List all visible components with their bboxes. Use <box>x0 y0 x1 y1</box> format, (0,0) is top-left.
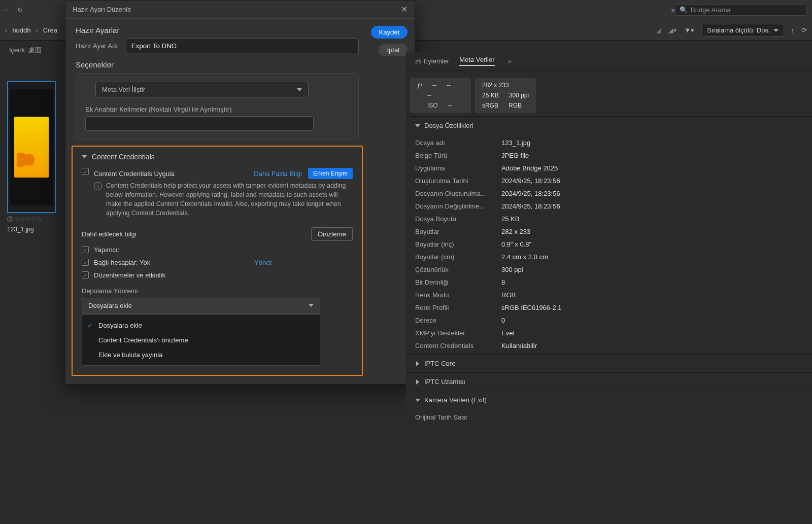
options-panel: Meta Veri İliştir Ek Anahtar Kelimeler (… <box>76 73 359 139</box>
presets-section-title: Hazır Ayarlar <box>76 26 359 34</box>
connected-accounts-checkbox[interactable] <box>82 259 89 266</box>
producer-checkbox[interactable] <box>82 246 89 253</box>
edits-activity-label: Düzenlemeler ve etkinlik <box>94 271 165 279</box>
cancel-button[interactable]: İptal <box>379 44 408 56</box>
mode-value: RGB <box>509 102 522 109</box>
attach-metadata-label: Meta Veri İliştir <box>102 86 145 93</box>
filter-icon[interactable]: ▼▾ <box>684 26 694 34</box>
cc-section-header[interactable]: Content Credentials <box>82 153 353 161</box>
meta-row: Boyutlar (inç)0.9" x 0.8" <box>406 238 812 251</box>
meta-key: Boyutlar (inç) <box>415 240 501 248</box>
orig-date-label: Orijinal Tarih Saat <box>415 413 501 421</box>
panel-menu-icon[interactable]: ≡ <box>508 57 512 65</box>
meta-key: Belge Türü <box>415 152 501 159</box>
options-icon[interactable]: ⟳ <box>801 26 807 34</box>
extra-keywords-input[interactable] <box>85 116 314 131</box>
iso-value: -- <box>448 102 452 109</box>
star-rating[interactable]: ☆☆☆☆☆ <box>14 215 42 223</box>
meta-row: Derece0 <box>406 314 812 327</box>
options-section-title: Seçenekler <box>76 60 359 69</box>
refresh-icon[interactable]: ↻ <box>17 6 25 14</box>
more-chevrons[interactable]: » <box>671 6 675 14</box>
cc-info-text: Content Credentials help protect your as… <box>106 181 353 218</box>
storage-option-attach[interactable]: Dosyalara ekle <box>82 318 320 333</box>
preview-button[interactable]: Önizleme <box>311 227 353 241</box>
meta-row: Boyutlar282 x 233 <box>406 225 812 238</box>
storage-option-cloud[interactable]: Ekle ve buluta yayınla <box>82 347 320 362</box>
chevron-right-icon: › <box>36 26 38 34</box>
camera-data-list: Orijinal Tarih Saat <box>406 409 812 426</box>
meta-key: Dosya Boyutu <box>415 215 501 223</box>
meta-value: sRGB IEC61966-2.1 <box>501 304 562 311</box>
meta-key: XMP'yi Destekler <box>415 329 501 337</box>
dialog-titlebar: Hazır Ayarı Düzenle ✕ <box>65 1 415 19</box>
meta-key: Bit Derinliği <box>415 278 501 286</box>
search-input[interactable]: 🔍 Bridge Arama <box>675 4 807 16</box>
meta-value: 123_1.jpg <box>501 139 530 147</box>
attach-metadata-select[interactable]: Meta Veri İliştir <box>95 82 309 97</box>
manage-link[interactable]: Yönet <box>254 259 272 266</box>
reject-icon[interactable]: ⊘ <box>7 216 13 222</box>
thumbnail-grid: ⊘ ☆☆☆☆☆ 123_1.jpg <box>7 81 56 233</box>
tab-metadata[interactable]: Meta Veriler <box>459 56 494 66</box>
search-placeholder: Bridge Arama <box>691 6 731 14</box>
dimensions-value: 282 x 233 <box>482 82 509 89</box>
chevron-right-icon <box>416 379 419 385</box>
cc-apply-label: Content Credentials Uygula <box>94 170 175 178</box>
sort-asc-icon[interactable]: ↑ <box>791 26 795 34</box>
storage-method-label: Depolama Yöntemi <box>82 287 353 295</box>
close-icon[interactable]: ✕ <box>401 5 408 14</box>
edits-activity-checkbox[interactable] <box>82 271 89 278</box>
breadcrumb-item[interactable]: buddh <box>12 26 30 34</box>
meta-row: Dosyanın Oluşturulma...2024/9/25, 18:23:… <box>406 187 812 200</box>
cc-apply-checkbox[interactable] <box>82 168 89 175</box>
cc-more-info-link[interactable]: Daha Fazla Bilgi <box>254 170 302 178</box>
meta-row: Çözünürlük300 ppi <box>406 263 812 276</box>
storage-option-preview[interactable]: Content Credentials'ı önizleme <box>82 333 320 347</box>
exposure-comp-value: -- <box>427 92 431 99</box>
meta-row: Orijinal Tarih Saat <box>406 411 812 424</box>
meta-value: RGB <box>501 291 516 299</box>
shutter-value: -- <box>447 82 451 89</box>
thumbnail-item[interactable] <box>7 81 56 213</box>
meta-row: XMP'yi DesteklerEvet <box>406 327 812 339</box>
iptc-core-title: IPTC Core <box>424 360 455 367</box>
view-icon-2[interactable]: ◢▾ <box>668 26 677 34</box>
meta-key: Content Credentials <box>415 342 501 350</box>
view-icon-1[interactable]: ◢ <box>656 26 661 34</box>
chevron-down-icon <box>309 304 314 307</box>
meta-key: Renk Modu <box>415 291 501 299</box>
meta-row: Boyutlar (cm)2.4 cm x 2.0 cm <box>406 251 812 263</box>
meta-row: Dosya adı123_1.jpg <box>406 136 812 149</box>
chevron-down-icon <box>415 399 420 402</box>
iptc-core-header[interactable]: IPTC Core <box>406 355 812 372</box>
search-icon: 🔍 <box>680 6 688 14</box>
meta-key: Çözünürlük <box>415 266 501 273</box>
meta-row: Renk ProfilisRGB IEC61966-2.1 <box>406 301 812 314</box>
meta-row: Renk ModuRGB <box>406 289 812 301</box>
back-icon[interactable]: ◦ <box>5 6 13 14</box>
meta-key: Dosyanın Oluşturulma... <box>415 190 501 197</box>
sort-dropdown[interactable]: Sıralama ölçütü: Dos. <box>701 24 784 37</box>
meta-value: 282 x 233 <box>501 228 530 235</box>
thumbnail-rating[interactable]: ⊘ ☆☆☆☆☆ <box>7 215 56 223</box>
meta-row: Oluşturulma Tarihi2024/9/25, 18:23:56 <box>406 174 812 187</box>
save-button[interactable]: Kaydet <box>371 26 408 39</box>
chevron-right-icon <box>416 361 419 366</box>
meta-key: Derece <box>415 317 501 324</box>
meta-key: Dosya adı <box>415 139 501 147</box>
meta-value: 2024/9/25, 18:23:56 <box>501 190 560 197</box>
meta-value: 0 <box>501 317 505 324</box>
preset-name-label: Hazır Ayar Adı <box>76 42 118 50</box>
meta-value: Kullanılabilir <box>501 342 537 350</box>
meta-value: Evet <box>501 329 515 337</box>
file-properties-header[interactable]: Dosya Özellikleri <box>406 117 812 134</box>
preset-name-input[interactable] <box>126 39 359 53</box>
breadcrumb-item[interactable]: Crea <box>43 26 57 34</box>
iptc-ext-header[interactable]: IPTC Uzantısı <box>406 373 812 391</box>
storage-method-select[interactable]: Dosyalara ekle <box>82 298 320 313</box>
tab-quick-actions[interactable]: zlı Eylemler <box>415 57 449 65</box>
producer-label: Yapımcı: <box>94 246 119 254</box>
camera-data-header[interactable]: Kamera Verileri (Exif) <box>406 391 812 409</box>
meta-value: 2.4 cm x 2.0 cm <box>501 253 548 261</box>
